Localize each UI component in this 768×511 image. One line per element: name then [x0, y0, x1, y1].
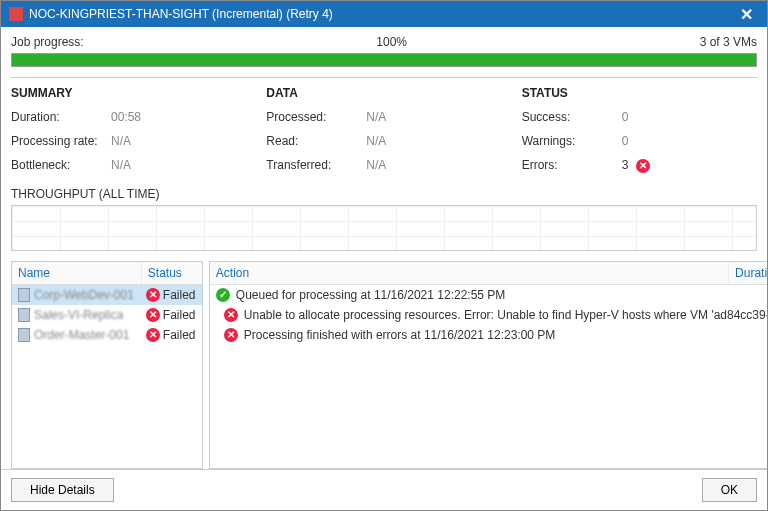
transferred-label: Transferred:	[266, 158, 366, 172]
ok-button[interactable]: OK	[702, 478, 757, 502]
throughput-chart	[11, 205, 757, 251]
vm-name: Sales-VI-Replica	[34, 308, 134, 322]
processed-value: N/A	[366, 110, 386, 124]
action-log[interactable]: Action Duration ✓ Queued for processing …	[209, 261, 767, 469]
action-text: Processing finished with errors at 11/16…	[244, 328, 767, 342]
success-label: Success:	[522, 110, 622, 124]
error-icon: ✕	[146, 328, 160, 342]
error-icon: ✕	[146, 308, 160, 322]
errors-value: 3	[622, 158, 629, 172]
col-action[interactable]: Action	[210, 262, 729, 284]
action-row[interactable]: ✓ Queued for processing at 11/16/2021 12…	[210, 285, 767, 305]
col-name[interactable]: Name	[12, 262, 142, 284]
progress-bar	[11, 53, 757, 67]
vm-row[interactable]: Order-Master-001 ✕Failed	[12, 325, 202, 345]
throughput-label: THROUGHPUT (ALL TIME)	[11, 187, 757, 201]
progress-label: Job progress:	[11, 35, 84, 49]
action-text: Unable to allocate processing resources.…	[244, 308, 767, 322]
window-title: NOC-KINGPRIEST-THAN-SIGHT (Incremental) …	[29, 7, 333, 21]
status-heading: STATUS	[522, 86, 757, 100]
app-icon	[9, 7, 23, 21]
col-duration[interactable]: Duration	[729, 262, 767, 284]
bottleneck-value: N/A	[111, 158, 131, 172]
vm-list[interactable]: Name Status Corp-WebDev-001 ✕Failed Sale…	[11, 261, 203, 469]
action-text: Queued for processing at 11/16/2021 12:2…	[236, 288, 767, 302]
status-col: STATUS Success:0 Warnings:0 Errors:3✕	[522, 86, 757, 183]
vm-name: Corp-WebDev-001	[34, 288, 134, 302]
error-icon: ✕	[224, 308, 238, 322]
duration-label: Duration:	[11, 110, 111, 124]
warnings-value: 0	[622, 134, 629, 148]
error-icon: ✕	[636, 159, 650, 173]
duration-value: 00:58	[111, 110, 141, 124]
vm-row[interactable]: Corp-WebDev-001 ✕Failed	[12, 285, 202, 305]
vm-icon	[18, 308, 30, 322]
bottleneck-label: Bottleneck:	[11, 158, 111, 172]
progress-percent: 100%	[376, 35, 407, 49]
summary-col: SUMMARY Duration:00:58 Processing rate:N…	[11, 86, 246, 183]
close-icon[interactable]: ✕	[734, 5, 759, 24]
warnings-label: Warnings:	[522, 134, 622, 148]
success-icon: ✓	[216, 288, 230, 302]
vm-icon	[18, 288, 30, 302]
footer: Hide Details OK	[1, 469, 767, 510]
vm-icon	[18, 328, 30, 342]
divider	[11, 77, 757, 78]
vm-status: Failed	[163, 288, 196, 302]
errors-label: Errors:	[522, 158, 622, 173]
progress-vm-count: 3 of 3 VMs	[700, 35, 757, 49]
vm-row[interactable]: Sales-VI-Replica ✕Failed	[12, 305, 202, 325]
vm-status: Failed	[163, 308, 196, 322]
vm-status: Failed	[163, 328, 196, 342]
rate-label: Processing rate:	[11, 134, 111, 148]
data-heading: DATA	[266, 86, 501, 100]
action-row[interactable]: ✕ Unable to allocate processing resource…	[210, 305, 767, 325]
progress-row: Job progress: 100% 3 of 3 VMs	[11, 31, 757, 53]
titlebar: NOC-KINGPRIEST-THAN-SIGHT (Incremental) …	[1, 1, 767, 27]
hide-details-button[interactable]: Hide Details	[11, 478, 114, 502]
transferred-value: N/A	[366, 158, 386, 172]
read-value: N/A	[366, 134, 386, 148]
processed-label: Processed:	[266, 110, 366, 124]
success-value: 0	[622, 110, 629, 124]
col-status[interactable]: Status	[142, 262, 202, 284]
summary-grid: SUMMARY Duration:00:58 Processing rate:N…	[11, 86, 757, 183]
summary-heading: SUMMARY	[11, 86, 246, 100]
error-icon: ✕	[146, 288, 160, 302]
action-row[interactable]: ✕ Processing finished with errors at 11/…	[210, 325, 767, 345]
read-label: Read:	[266, 134, 366, 148]
vm-name: Order-Master-001	[34, 328, 134, 342]
rate-value: N/A	[111, 134, 131, 148]
error-icon: ✕	[224, 328, 238, 342]
data-col: DATA Processed:N/A Read:N/A Transferred:…	[266, 86, 501, 183]
